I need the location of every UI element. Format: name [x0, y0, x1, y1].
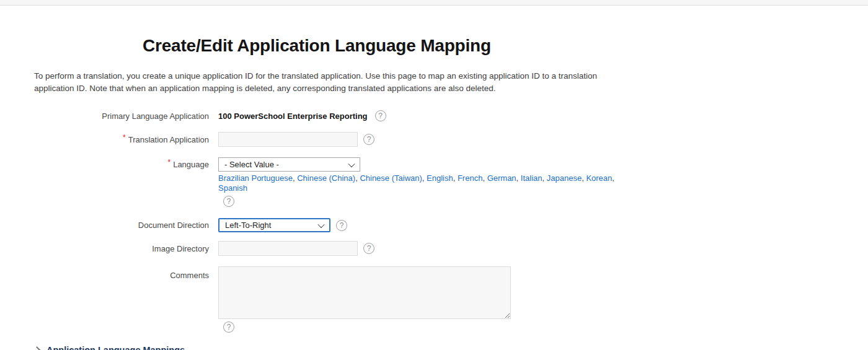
language-link[interactable]: French — [458, 173, 482, 183]
field-comments: Comments ? — [0, 266, 868, 333]
language-link[interactable]: Chinese (Taiwan) — [360, 173, 422, 183]
field-image-directory: Image Directory ? — [0, 241, 868, 256]
language-link[interactable]: German — [487, 173, 516, 183]
language-links: Brazilian Portuguese, Chinese (China), C… — [218, 173, 615, 193]
help-icon[interactable]: ? — [363, 243, 374, 254]
field-document-direction: Document Direction Left-To-Right ? — [0, 218, 868, 232]
chevron-down-icon — [317, 221, 324, 227]
image-directory-input[interactable] — [218, 241, 358, 256]
language-link[interactable]: English — [427, 173, 453, 183]
translation-application-input[interactable] — [218, 132, 358, 147]
help-icon[interactable]: ? — [336, 220, 347, 231]
image-directory-label: Image Directory — [0, 244, 209, 253]
required-asterisk: * — [167, 158, 170, 167]
language-link[interactable]: Brazilian Portuguese — [218, 173, 293, 183]
help-icon[interactable]: ? — [363, 134, 374, 145]
help-icon[interactable]: ? — [375, 110, 386, 121]
comments-label: Comments — [0, 266, 209, 280]
language-link[interactable]: Korean — [586, 173, 612, 183]
chevron-right-icon — [33, 346, 41, 350]
language-label: Language — [173, 160, 209, 169]
primary-language-application-value: 100 PowerSchool Enterprise Reporting — [218, 112, 368, 121]
section-title: Application Language Mappings — [46, 345, 185, 350]
primary-language-application-label: Primary Language Application — [0, 112, 209, 121]
document-direction-select[interactable]: Left-To-Right — [218, 218, 330, 232]
help-icon[interactable]: ? — [223, 196, 234, 207]
language-link[interactable]: Chinese (China) — [297, 173, 355, 183]
language-link-separator: , — [453, 173, 458, 183]
translation-application-label: Translation Application — [128, 135, 209, 144]
page: Create/Edit Application Language Mapping… — [0, 0, 868, 350]
language-select[interactable]: - Select Value - — [218, 157, 360, 172]
language-link[interactable]: Spanish — [218, 183, 247, 193]
required-asterisk: * — [123, 133, 126, 142]
field-language: *Language - Select Value - Brazilian Por… — [0, 157, 868, 207]
field-translation-application: *Translation Application ? — [0, 132, 868, 147]
language-link-separator: , — [422, 173, 427, 183]
section-application-language-mappings[interactable]: Application Language Mappings — [34, 345, 868, 350]
field-primary-language-application: Primary Language Application 100 PowerSc… — [0, 110, 868, 121]
document-direction-label: Document Direction — [0, 221, 209, 230]
language-link[interactable]: Italian — [521, 173, 542, 183]
mapping-form: Primary Language Application 100 PowerSc… — [0, 110, 868, 333]
help-icon[interactable]: ? — [223, 322, 234, 333]
language-link-separator: , — [542, 173, 547, 183]
language-link-separator: , — [612, 173, 614, 183]
language-link[interactable]: Japanese — [547, 173, 582, 183]
language-select-value: - Select Value - — [224, 160, 279, 169]
language-link-separator: , — [482, 173, 487, 183]
chevron-down-icon — [348, 160, 355, 167]
comments-textarea[interactable] — [218, 266, 511, 319]
document-direction-select-value: Left-To-Right — [225, 221, 271, 230]
page-description: To perform a translation, you create a u… — [34, 70, 624, 95]
top-bar — [0, 0, 868, 6]
page-title: Create/Edit Application Language Mapping — [143, 36, 868, 56]
language-link-separator: , — [516, 173, 521, 183]
